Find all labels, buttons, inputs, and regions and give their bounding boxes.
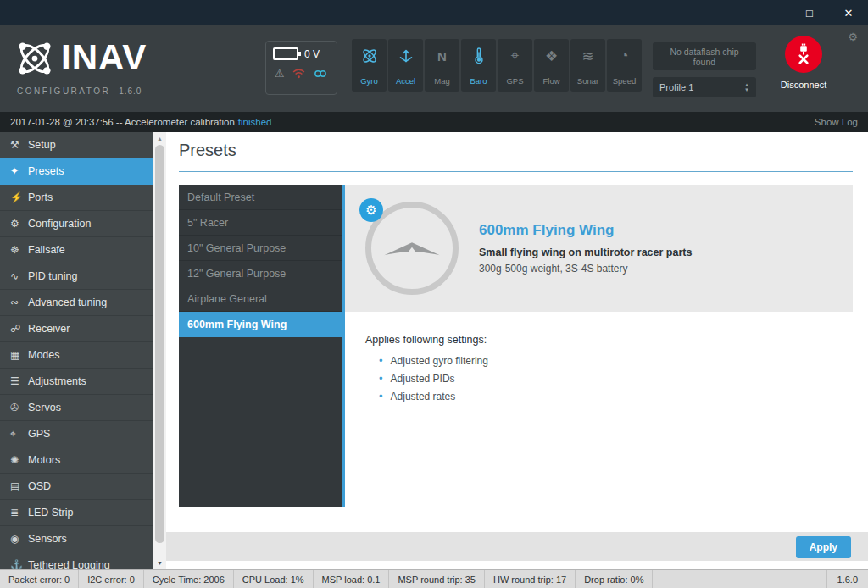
mag-compass-icon: N xyxy=(437,46,447,66)
setting-item: •Adjusted rates xyxy=(379,390,853,402)
motors-icon: ✺ xyxy=(10,454,28,466)
sidebar-item-label: GPS xyxy=(28,428,50,440)
sidebar-item-presets[interactable]: ✦Presets xyxy=(0,158,153,185)
sidebar-item-label: Servos xyxy=(28,402,61,413)
status-cell-msp-load: MSP load: 0.1 xyxy=(314,570,390,588)
sidebar-item-adjustments[interactable]: ☰Adjustments xyxy=(0,369,153,395)
close-button[interactable]: ✕ xyxy=(829,0,868,25)
sidebar-item-tethered-logging[interactable]: ⚓Tethered Logging xyxy=(0,552,153,569)
sonar-waves-icon: ≋ xyxy=(581,46,593,66)
sidebar-item-label: LED Strip xyxy=(28,507,74,519)
chevron-up-down-icon[interactable]: ▲ ▼ xyxy=(744,82,749,92)
preset-item-12-general-purpose[interactable]: 12" General Purpose xyxy=(179,261,342,286)
minimize-button[interactable]: – xyxy=(751,0,790,25)
advanced-tuning-icon: ∾ xyxy=(10,297,28,308)
preset-item-600mm-flying-wing[interactable]: 600mm Flying Wing xyxy=(179,312,342,337)
lifebuoy-icon: ☸ xyxy=(10,244,28,256)
preset-item-default-preset[interactable]: Default Preset xyxy=(179,185,342,210)
setting-item-label: Adjusted PIDs xyxy=(391,373,455,385)
log-bar: 2017-01-28 @ 20:37:56 -- Accelerometer c… xyxy=(0,112,868,132)
status-cell-msp-round-trip: MSP round trip: 35 xyxy=(389,570,485,588)
sidebar-item-configuration[interactable]: ⚙Configuration xyxy=(0,211,153,237)
sidebar-scrollbar[interactable]: ▲ ▼ xyxy=(153,132,166,569)
preset-ring: ⚙ xyxy=(365,202,459,295)
link-icon xyxy=(313,69,328,79)
preset-item-10-general-purpose[interactable]: 10" General Purpose xyxy=(179,236,342,261)
profile-select[interactable]: Profile 1 ▲ ▼ xyxy=(653,77,756,97)
sidebar-item-receiver[interactable]: ☍Receiver xyxy=(0,316,153,342)
page-title: Presets xyxy=(179,141,236,160)
scrollbar-thumb[interactable] xyxy=(155,145,164,543)
preset-item-airplane-general[interactable]: Airplane General xyxy=(179,286,342,312)
main-content: Presets Default Preset5" Racer10" Genera… xyxy=(166,132,868,569)
servo-icon: ✇ xyxy=(10,402,28,413)
preset-title: 600mm Flying Wing xyxy=(479,222,692,239)
sidebar-item-motors[interactable]: ✺Motors xyxy=(0,447,153,474)
sidebar-item-label: Presets xyxy=(28,165,64,177)
modes-icon: ▦ xyxy=(10,349,28,361)
sidebar-item-setup[interactable]: ⚒Setup xyxy=(0,132,153,158)
sidebar-item-failsafe[interactable]: ☸Failsafe xyxy=(0,237,153,263)
app-subtitle: CONFIGURATOR1.6.0 xyxy=(17,86,142,96)
gear-icon: ⚙ xyxy=(10,218,28,230)
sensor-group: GyroAccelNMagBaro⌖GPS❖Flow≋Sonar◔Speed xyxy=(352,39,642,92)
sidebar-item-label: Sensors xyxy=(28,533,67,545)
apply-button[interactable]: Apply xyxy=(796,536,851,558)
atom-logo-icon xyxy=(12,36,58,81)
battery-icon xyxy=(273,47,298,60)
preset-item-5-racer[interactable]: 5" Racer xyxy=(179,210,342,236)
osd-screen-icon: ▤ xyxy=(10,480,28,492)
settings-gear-icon[interactable]: ⚙ xyxy=(848,31,858,43)
sidebar-item-servos[interactable]: ✇Servos xyxy=(0,395,153,421)
sensor-accel: Accel xyxy=(388,39,423,92)
disconnect-button[interactable]: Disconnect xyxy=(768,36,839,90)
show-log-link[interactable]: Show Log xyxy=(815,117,858,127)
setting-item: •Adjusted gyro filtering xyxy=(379,354,853,367)
setting-item-label: Adjusted rates xyxy=(391,391,456,402)
app-version: 1.6.0 xyxy=(119,86,142,96)
sidebar-item-label: Modes xyxy=(28,349,60,361)
sidebar-item-label: Configuration xyxy=(28,218,91,230)
preset-subtitle: Small flying wing on multirotor racer pa… xyxy=(479,247,692,258)
sensor-gps: ⌖GPS xyxy=(498,39,532,92)
maximize-button[interactable]: □ xyxy=(790,0,829,25)
gyro-atom-icon xyxy=(360,46,379,66)
sidebar-item-sensors[interactable]: ◉Sensors xyxy=(0,526,153,552)
sensor-baro: Baro xyxy=(461,39,496,92)
inav-configurator-window: – □ ✕ INAV CONFIGURATOR1.6.0 xyxy=(0,0,868,588)
battery-panel: 0 V ⚠ xyxy=(265,41,337,95)
warning-icon: ⚠ xyxy=(275,68,285,80)
ports-icon: ⚡ xyxy=(10,191,28,203)
sidebar-item-advanced-tuning[interactable]: ∾Advanced tuning xyxy=(0,290,153,316)
disconnect-label: Disconnect xyxy=(768,80,839,90)
sensor-flow: ❖Flow xyxy=(534,39,569,92)
log-highlight: finished xyxy=(238,117,272,127)
accel-axes-icon xyxy=(397,46,415,66)
receiver-icon: ☍ xyxy=(10,323,28,335)
sidebar-item-pid-tuning[interactable]: ∿PID tuning xyxy=(0,263,153,290)
status-cell-packet-error: Packet error: 0 xyxy=(0,570,79,588)
profile-value: Profile 1 xyxy=(659,82,693,92)
sidebar-item-gps[interactable]: ⌖GPS xyxy=(0,421,153,447)
bullet-icon: • xyxy=(379,354,383,367)
scrollbar-down-icon[interactable]: ▼ xyxy=(153,557,166,569)
scrollbar-up-icon[interactable]: ▲ xyxy=(153,132,166,145)
wrench-icon: ⚒ xyxy=(10,139,28,151)
sidebar-item-osd[interactable]: ▤OSD xyxy=(0,474,153,500)
sidebar-menu: ⚒Setup✦Presets⚡Ports⚙Configuration☸Fails… xyxy=(0,132,153,569)
baro-thermometer-icon xyxy=(470,46,488,66)
status-cell-cpu-load: CPU Load: 1% xyxy=(234,570,314,588)
sidebar-item-label: Failsafe xyxy=(28,244,65,256)
bullet-icon: • xyxy=(379,372,383,385)
status-bar: Packet error: 0I2C error: 0Cycle Time: 2… xyxy=(0,569,868,588)
sidebar-item-ports[interactable]: ⚡Ports xyxy=(0,185,153,211)
pid-tuning-icon: ∿ xyxy=(10,270,28,282)
sidebar-item-modes[interactable]: ▦Modes xyxy=(0,342,153,369)
sidebar-item-label: Advanced tuning xyxy=(28,297,107,308)
preset-hero: ⚙ 600mm Flying Wing Small flying wing on… xyxy=(345,185,853,312)
bullet-icon: • xyxy=(379,390,383,402)
sidebar-item-led-strip[interactable]: ≣LED Strip xyxy=(0,500,153,526)
firmware-version-status: 1.6.0 xyxy=(826,570,868,588)
sidebar-item-label: Setup xyxy=(28,139,56,151)
status-cell-hw-round-trip: HW round trip: 17 xyxy=(485,570,576,588)
